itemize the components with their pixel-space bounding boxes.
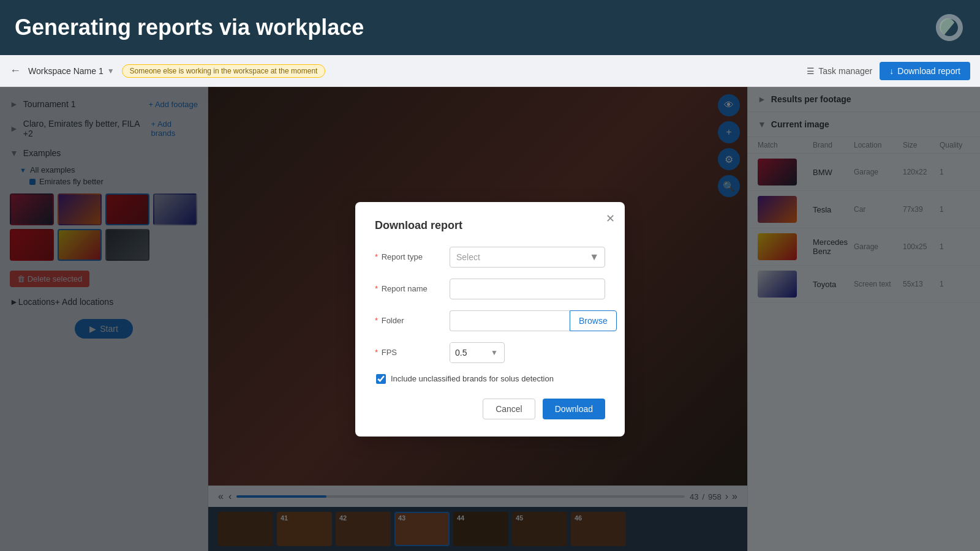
- report-name-input[interactable]: [450, 279, 605, 299]
- back-button[interactable]: ←: [10, 64, 21, 77]
- download-report-button[interactable]: ↓ Download report: [880, 62, 970, 80]
- download-icon: ↓: [889, 66, 894, 76]
- checkbox-label: Include unclassified brands for solus de…: [391, 374, 554, 383]
- toolbar: ← Workspace Name 1 ▼ Someone else is wor…: [0, 55, 980, 87]
- alert-badge: Someone else is working in the workspace…: [122, 64, 326, 78]
- download-button[interactable]: Download: [543, 399, 605, 419]
- task-manager-button[interactable]: ☰ Task manager: [807, 66, 872, 76]
- report-type-select-wrapper: Select ▼: [450, 247, 605, 268]
- report-type-label: * Report type: [375, 252, 442, 261]
- cancel-button[interactable]: Cancel: [483, 399, 535, 419]
- top-header: Generating reports via workplace: [0, 0, 980, 55]
- task-manager-icon: ☰: [807, 66, 815, 76]
- modal-overlay[interactable]: Download report ✕ * Report type Select ▼: [0, 87, 980, 551]
- fps-label: * FPS: [375, 348, 442, 357]
- report-type-select[interactable]: Select: [450, 247, 605, 268]
- folder-label: * Folder: [375, 316, 442, 325]
- workspace-selector[interactable]: Workspace Name 1 ▼: [28, 66, 115, 76]
- report-name-row: * Report name: [375, 279, 605, 299]
- fps-row: * FPS ▼: [375, 342, 605, 363]
- workspace-chevron-icon: ▼: [107, 67, 115, 75]
- modal-footer: Cancel Download: [375, 399, 605, 419]
- fps-input-group: ▼: [450, 342, 505, 363]
- unclassified-brands-checkbox[interactable]: [376, 374, 386, 384]
- modal-title: Download report: [375, 219, 605, 232]
- fps-chevron-icon[interactable]: ▼: [487, 343, 502, 362]
- report-name-label: * Report name: [375, 284, 442, 293]
- workspace-name: Workspace Name 1: [28, 66, 104, 76]
- checkbox-row: Include unclassified brands for solus de…: [376, 374, 605, 384]
- download-report-modal: Download report ✕ * Report type Select ▼: [355, 202, 625, 437]
- fps-input[interactable]: [450, 343, 487, 362]
- browse-button[interactable]: Browse: [570, 310, 617, 331]
- logo-icon: [933, 12, 965, 43]
- folder-input[interactable]: [450, 310, 570, 331]
- modal-close-button[interactable]: ✕: [606, 212, 615, 225]
- main-layout: ► Tournament 1 + Add footage ► Claro, Em…: [0, 87, 980, 551]
- page-title: Generating reports via workplace: [15, 15, 364, 40]
- folder-row: * Folder Browse: [375, 310, 605, 331]
- report-type-row: * Report type Select ▼: [375, 247, 605, 268]
- folder-input-group: Browse: [450, 310, 617, 331]
